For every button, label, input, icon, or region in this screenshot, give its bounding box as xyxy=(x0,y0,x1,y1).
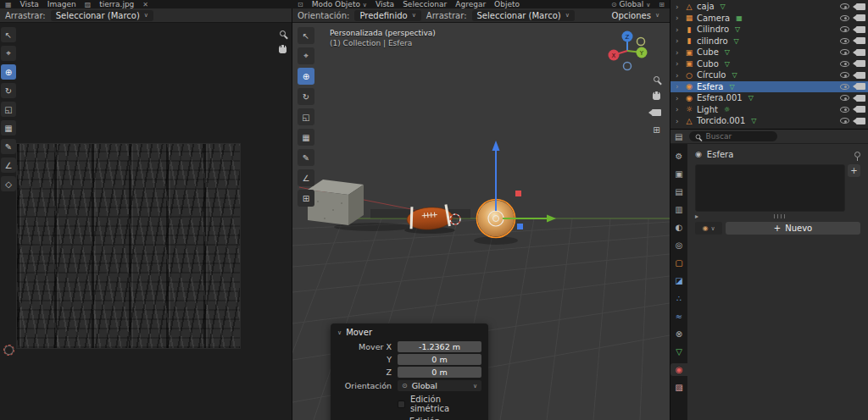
material-slot-list[interactable] xyxy=(695,164,845,212)
render-visibility-icon[interactable] xyxy=(856,3,865,10)
expand-chevron-icon[interactable]: › xyxy=(676,3,684,11)
tire-texture-image[interactable] xyxy=(17,144,240,348)
tool-button[interactable]: ✎ xyxy=(1,139,16,154)
expand-chevron-icon[interactable]: › xyxy=(676,36,684,45)
render-visibility-icon[interactable] xyxy=(856,14,865,21)
tool-button[interactable]: ⊞ xyxy=(298,190,314,207)
tool-button[interactable]: ◱ xyxy=(298,108,314,125)
properties-tab[interactable]: ▣ xyxy=(670,168,687,180)
expand-chevron-icon[interactable]: › xyxy=(676,48,684,57)
tool-button[interactable]: ↻ xyxy=(1,83,16,98)
tool-button[interactable]: ⌖ xyxy=(1,46,16,61)
properties-tab[interactable]: ◐ xyxy=(670,221,687,234)
properties-tab[interactable]: ▨ xyxy=(670,381,687,394)
camera-view-icon[interactable] xyxy=(652,109,661,116)
expand-chevron-icon[interactable]: › xyxy=(676,71,684,80)
tool-button[interactable]: ◇ xyxy=(1,176,16,191)
outliner-row[interactable]: › ▣ Cube ▽ xyxy=(670,47,868,58)
editor-type-icon[interactable]: ⊡ xyxy=(298,1,303,8)
field-value[interactable]: -1.2362 m xyxy=(398,341,481,352)
visibility-eye-icon[interactable] xyxy=(840,38,849,44)
render-visibility-icon[interactable] xyxy=(856,49,865,56)
add-slot-button[interactable]: + xyxy=(848,164,860,177)
visibility-eye-icon[interactable] xyxy=(840,61,849,67)
visibility-eye-icon[interactable] xyxy=(840,95,849,101)
drag-mode-dropdown[interactable]: Seleccionar (Marco) ∨ xyxy=(51,10,153,21)
render-visibility-icon[interactable] xyxy=(856,83,865,90)
orientation-preset-dropdown[interactable]: Predefinido ∨ xyxy=(354,10,420,21)
tool-button[interactable]: ◱ xyxy=(1,102,16,117)
render-visibility-icon[interactable] xyxy=(856,60,865,67)
new-material-button[interactable]: + Nuevo xyxy=(726,222,860,235)
collapse-chevron-icon[interactable]: ∨ xyxy=(337,329,342,336)
editor-type-icon[interactable]: ▦ xyxy=(5,1,12,8)
expand-chevron-icon[interactable]: › xyxy=(676,94,684,102)
expand-chevron-icon[interactable]: › xyxy=(676,105,684,113)
pan-hand-icon[interactable] xyxy=(279,45,287,53)
image-filename[interactable]: tierra.jpg xyxy=(99,0,134,8)
expand-chevron-icon[interactable]: › xyxy=(676,117,684,125)
tool-button[interactable]: ∠ xyxy=(1,158,16,173)
tool-button[interactable]: ↖ xyxy=(1,27,16,42)
snap-magnet-icon[interactable]: ⊞ xyxy=(659,1,665,8)
outliner-row[interactable]: › ▣ Cubo ▽ xyxy=(670,58,868,70)
tool-button[interactable]: ▦ xyxy=(1,120,16,135)
drag-mode-dropdown[interactable]: Seleccionar (Marco) ∨ xyxy=(472,10,575,21)
search-box[interactable] xyxy=(689,131,777,141)
properties-tab[interactable]: ▢ xyxy=(670,257,687,269)
properties-tab[interactable]: ∴ xyxy=(670,292,687,305)
outliner-row[interactable]: › △ Torcido.001 ▽ xyxy=(670,115,868,127)
zoom-icon[interactable] xyxy=(654,76,659,82)
tool-button[interactable]: ⌖ xyxy=(298,47,314,64)
tool-button[interactable]: ↻ xyxy=(298,88,314,105)
render-visibility-icon[interactable] xyxy=(856,72,865,79)
visibility-eye-icon[interactable] xyxy=(840,15,849,21)
search-input[interactable] xyxy=(705,132,771,141)
zoom-icon[interactable] xyxy=(280,30,286,36)
outliner-row[interactable]: › △ caja ▽ xyxy=(670,1,868,13)
visibility-eye-icon[interactable] xyxy=(840,118,849,124)
expand-chevron-icon[interactable]: › xyxy=(676,59,684,68)
options-dropdown[interactable]: Opciones ∨ xyxy=(607,10,665,21)
menu-vista[interactable]: Vista xyxy=(20,0,39,8)
outliner-row[interactable]: › ▮ Cilindro ▽ xyxy=(670,24,868,36)
browse-material-button[interactable]: ◉ ∨ xyxy=(695,222,722,235)
field-value[interactable]: 0 m xyxy=(398,367,481,378)
properties-tab[interactable]: ▥ xyxy=(670,203,687,216)
tool-button[interactable]: ▦ xyxy=(298,129,314,146)
resize-grip[interactable] xyxy=(774,214,786,218)
render-visibility-icon[interactable] xyxy=(856,95,865,102)
mode-dropdown[interactable]: Modo Objeto ∨ xyxy=(312,0,367,8)
render-visibility-icon[interactable] xyxy=(856,37,865,44)
editor-type-icon[interactable]: ▤ xyxy=(675,132,682,141)
properties-tab[interactable]: ▽ xyxy=(670,345,687,358)
visibility-eye-icon[interactable] xyxy=(840,107,849,113)
properties-tab[interactable]: ◉ xyxy=(670,363,687,376)
properties-tab[interactable]: ◪ xyxy=(670,274,687,287)
render-visibility-icon[interactable] xyxy=(856,26,865,33)
unlink-icon[interactable]: ✕ xyxy=(142,1,148,8)
render-visibility-icon[interactable] xyxy=(856,106,865,113)
orientation-dropdown[interactable]: ⊙ Global ∨ xyxy=(611,0,650,8)
properties-tab[interactable]: ▤ xyxy=(670,185,687,198)
tool-button[interactable]: ∠ xyxy=(298,169,314,186)
expand-chevron-icon[interactable]: › xyxy=(676,82,684,91)
expand-chevron-icon[interactable]: › xyxy=(676,14,684,22)
tool-button[interactable]: ✎ xyxy=(298,149,314,166)
pan-hand-icon[interactable] xyxy=(653,91,660,100)
properties-tab[interactable]: ≈ xyxy=(670,310,687,323)
checkbox[interactable] xyxy=(398,401,405,408)
properties-tab[interactable]: ◎ xyxy=(670,239,687,251)
properties-tab[interactable]: ⊗ xyxy=(670,328,687,340)
expand-chevron-icon[interactable]: › xyxy=(676,25,684,34)
field-value[interactable]: 0 m xyxy=(398,354,481,365)
tool-button[interactable]: ⊕ xyxy=(1,64,16,80)
visibility-eye-icon[interactable] xyxy=(840,84,849,90)
render-visibility-icon[interactable] xyxy=(856,118,865,124)
pin-icon[interactable] xyxy=(854,152,860,158)
visibility-eye-icon[interactable] xyxy=(840,49,849,55)
orientation-dropdown[interactable]: ⊙ Global ∨ xyxy=(398,380,481,391)
tool-button[interactable]: ↖ xyxy=(298,27,314,44)
visibility-eye-icon[interactable] xyxy=(840,3,849,9)
visibility-eye-icon[interactable] xyxy=(840,72,849,78)
